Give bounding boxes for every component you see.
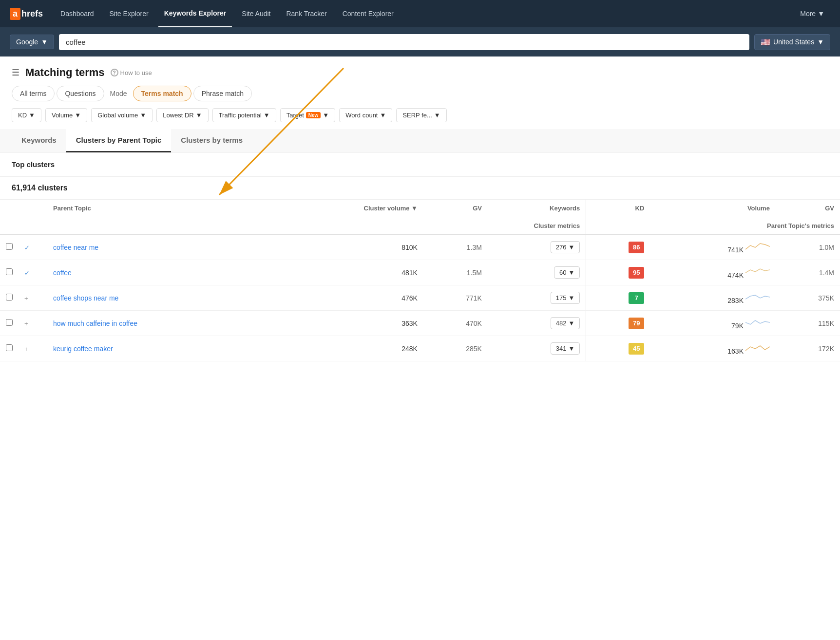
logo-hrefs: hrefs <box>21 9 43 19</box>
target-chevron: ▼ <box>323 112 329 119</box>
nav-dashboard[interactable]: Dashboard <box>55 0 100 27</box>
keywords-chevron: ▼ <box>568 320 574 327</box>
table-row: ✓ coffee near me 810K 1.3M 276 ▼ 86 741K… <box>0 235 840 260</box>
cluster-metrics-label: Cluster metrics <box>271 217 586 235</box>
cluster-gv: 470K <box>423 311 488 336</box>
kd-cell: 7 <box>586 285 650 311</box>
wc-chevron: ▼ <box>380 112 386 119</box>
keyword-link[interactable]: how much caffeine in coffee <box>53 320 137 327</box>
kd-cell: 86 <box>586 235 650 260</box>
tab-questions[interactable]: Questions <box>57 86 104 101</box>
keywords-chevron: ▼ <box>568 269 574 276</box>
cluster-volume: 363K <box>271 311 423 336</box>
parent-gv: 1.4M <box>776 260 840 285</box>
filter-global-volume[interactable]: Global volume ▼ <box>91 108 153 122</box>
plus-icon: + <box>24 345 28 353</box>
logo[interactable]: a hrefs <box>10 8 43 20</box>
row-checkbox[interactable] <box>6 294 13 301</box>
parent-volume: 474K <box>650 260 776 285</box>
filter-volume[interactable]: Volume ▼ <box>45 108 87 122</box>
parent-gv: 172K <box>776 336 840 361</box>
question-icon: ? <box>111 69 118 76</box>
filter-serp-features[interactable]: SERP fe... ▼ <box>396 108 446 122</box>
country-selector[interactable]: 🇺🇸 United States ▼ <box>754 34 830 50</box>
top-navigation: a hrefs Dashboard Site Explorer Keywords… <box>0 0 840 27</box>
col-kd: KD <box>586 200 650 217</box>
table-section: 61,914 clusters Parent Topic Cluster vol… <box>0 177 840 361</box>
keywords-count-btn[interactable]: 482 ▼ <box>551 317 580 329</box>
col-cluster-volume[interactable]: Cluster volume ▼ <box>271 200 423 217</box>
cluster-gv: 1.5M <box>423 260 488 285</box>
how-to-use-link[interactable]: ? How to use <box>111 69 152 76</box>
tab-clusters-terms[interactable]: Clusters by terms <box>171 129 252 152</box>
menu-icon[interactable]: ☰ <box>12 67 19 78</box>
filter-target[interactable]: Target New ▼ <box>280 108 336 122</box>
keyword-link[interactable]: coffee near me <box>53 244 98 251</box>
new-badge: New <box>306 112 321 118</box>
nav-rank-tracker[interactable]: Rank Tracker <box>280 0 332 27</box>
keyword-link[interactable]: keurig coffee maker <box>53 345 113 353</box>
engine-selector[interactable]: Google ▼ <box>10 35 54 49</box>
keywords-chevron: ▼ <box>568 294 574 301</box>
table-row: ✓ coffee 481K 1.5M 60 ▼ 95 474K 1.4M <box>0 260 840 285</box>
keywords-count-btn[interactable]: 60 ▼ <box>554 266 580 279</box>
cluster-gv: 771K <box>423 285 488 311</box>
keywords-count-btn[interactable]: 341 ▼ <box>551 342 580 355</box>
volume-chevron: ▼ <box>75 112 81 119</box>
cluster-volume: 476K <box>271 285 423 311</box>
col-gv2: GV <box>776 200 840 217</box>
nav-site-explorer[interactable]: Site Explorer <box>104 0 154 27</box>
page-header: ☰ Matching terms ? How to use <box>0 56 840 79</box>
kd-badge: 79 <box>629 318 644 329</box>
nav-more[interactable]: More ▼ <box>794 0 830 27</box>
row-checkbox[interactable] <box>6 268 13 275</box>
row-checkbox[interactable] <box>6 344 13 351</box>
kd-badge: 7 <box>629 292 644 304</box>
country-chevron: ▼ <box>817 38 824 46</box>
keyword-link[interactable]: coffee <box>53 269 72 277</box>
search-input[interactable]: coffee <box>59 34 749 50</box>
keywords-count-btn[interactable]: 175 ▼ <box>551 292 580 304</box>
filter-kd[interactable]: KD ▼ <box>12 108 41 122</box>
filter-lowest-dr[interactable]: Lowest DR ▼ <box>156 108 208 122</box>
row-checkbox[interactable] <box>6 319 13 326</box>
page-title: Matching terms <box>25 66 105 79</box>
tab-all-terms[interactable]: All terms <box>12 86 55 101</box>
parent-gv: 1.0M <box>776 235 840 260</box>
keywords-count: 341 ▼ <box>488 336 586 361</box>
keywords-count: 482 ▼ <box>488 311 586 336</box>
nav-keywords-explorer[interactable]: Keywords Explorer <box>158 0 232 27</box>
nav-content-explorer[interactable]: Content Explorer <box>337 0 400 27</box>
filter-tabs: All terms Questions Mode Terms match Phr… <box>0 79 840 101</box>
mode-label: Mode <box>106 90 131 97</box>
tab-keywords[interactable]: Keywords <box>12 129 66 152</box>
view-tabs: Keywords Clusters by Parent Topic Cluste… <box>0 129 840 152</box>
tab-phrase-match[interactable]: Phrase match <box>193 86 252 101</box>
filter-row: KD ▼ Volume ▼ Global volume ▼ Lowest DR … <box>0 101 840 129</box>
sparkline-chart <box>745 246 770 254</box>
table-row: + coffee shops near me 476K 771K 175 ▼ 7… <box>0 285 840 311</box>
kd-cell: 79 <box>586 311 650 336</box>
cluster-count: 61,914 clusters <box>0 177 840 200</box>
filter-word-count[interactable]: Word count ▼ <box>339 108 392 122</box>
keywords-count: 60 ▼ <box>488 260 586 285</box>
search-bar: Google ▼ coffee 🇺🇸 United States ▼ <box>0 27 840 56</box>
keywords-count-btn[interactable]: 276 ▼ <box>551 241 580 253</box>
table-row: + keurig coffee maker 248K 285K 341 ▼ 45… <box>0 336 840 361</box>
row-checkbox[interactable] <box>6 243 13 250</box>
cluster-gv: 1.3M <box>423 235 488 260</box>
keyword-link[interactable]: coffee shops near me <box>53 294 118 302</box>
keywords-count: 175 ▼ <box>488 285 586 311</box>
kd-badge: 86 <box>629 242 644 253</box>
engine-chevron: ▼ <box>41 38 48 46</box>
filter-traffic-potential[interactable]: Traffic potential ▼ <box>212 108 276 122</box>
keywords-count: 276 ▼ <box>488 235 586 260</box>
cluster-volume: 481K <box>271 260 423 285</box>
tab-clusters-parent[interactable]: Clusters by Parent Topic <box>66 129 172 152</box>
top-clusters-title: Top clusters <box>12 160 55 169</box>
parent-volume: 283K <box>650 285 776 311</box>
parent-metrics-label: Parent Topic's metrics <box>586 217 840 235</box>
tab-terms-match[interactable]: Terms match <box>133 86 191 101</box>
nav-site-audit[interactable]: Site Audit <box>236 0 276 27</box>
col-parent-topic: Parent Topic <box>47 200 271 217</box>
